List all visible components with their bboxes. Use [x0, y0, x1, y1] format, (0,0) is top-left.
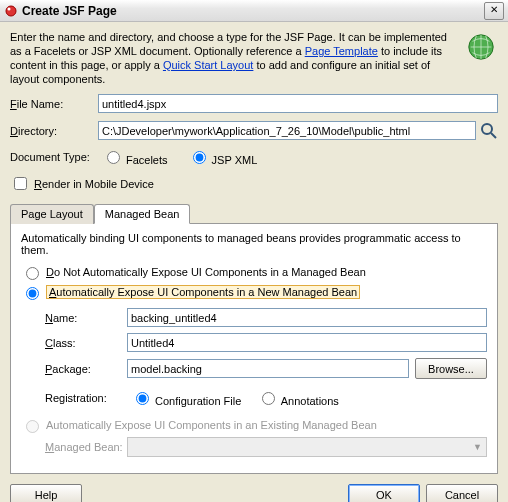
reg-config-radio[interactable]: Configuration File: [131, 389, 241, 407]
directory-input[interactable]: [98, 121, 476, 140]
render-mobile-label: Render in Mobile Device: [34, 178, 154, 190]
registration-label: Registration:: [45, 392, 125, 404]
existing-bean-combo: ▼: [127, 437, 487, 457]
chevron-down-icon: ▼: [473, 442, 482, 452]
facelets-radio[interactable]: Facelets: [102, 148, 168, 166]
doc-type-label: Document Type:: [10, 151, 90, 163]
browse-package-button[interactable]: Browse...: [415, 358, 487, 379]
bean-package-input[interactable]: [127, 359, 409, 378]
bean-name-label: Name:: [45, 312, 127, 324]
intro-text: Enter the name and directory, and choose…: [10, 30, 454, 86]
browse-directory-icon[interactable]: [480, 122, 498, 140]
opt-existing-radio: [26, 420, 39, 433]
svg-point-1: [8, 7, 11, 10]
file-name-label: File Name:: [10, 98, 98, 110]
window-title: Create JSF Page: [22, 4, 484, 18]
tab-page-layout[interactable]: Page Layout: [10, 204, 94, 224]
opt-existing-label: Automatically Expose UI Components in an…: [46, 419, 377, 431]
opt-new-radio[interactable]: [26, 287, 39, 300]
existing-bean-label: Managed Bean:: [45, 441, 127, 453]
help-button[interactable]: Help: [10, 484, 82, 502]
bean-package-label: Package:: [45, 363, 127, 375]
bean-class-input[interactable]: [127, 333, 487, 352]
jsp-xml-radio[interactable]: JSP XML: [188, 148, 258, 166]
render-mobile-checkbox[interactable]: [14, 177, 27, 190]
directory-label: Directory:: [10, 125, 98, 137]
svg-point-0: [6, 6, 16, 16]
managed-bean-description: Automatically binding UI components to m…: [21, 232, 487, 256]
cancel-button[interactable]: Cancel: [426, 484, 498, 502]
page-template-link[interactable]: Page Template: [305, 45, 378, 57]
app-icon: [4, 4, 18, 18]
globe-icon: [464, 30, 498, 64]
tab-managed-bean[interactable]: Managed Bean: [94, 204, 191, 224]
svg-line-4: [491, 133, 496, 138]
file-name-input[interactable]: [98, 94, 498, 113]
reg-annotations-radio[interactable]: Annotations: [257, 389, 339, 407]
close-button[interactable]: ✕: [484, 2, 504, 20]
bean-name-input[interactable]: [127, 308, 487, 327]
opt-new-label[interactable]: Automatically Expose UI Components in a …: [46, 285, 360, 299]
ok-button[interactable]: OK: [348, 484, 420, 502]
opt-none-radio[interactable]: [26, 267, 39, 280]
bean-class-label: Class:: [45, 337, 127, 349]
opt-none-label[interactable]: Do Not Automatically Expose UI Component…: [46, 266, 366, 278]
quick-start-layout-link[interactable]: Quick Start Layout: [163, 59, 254, 71]
svg-point-3: [482, 124, 492, 134]
